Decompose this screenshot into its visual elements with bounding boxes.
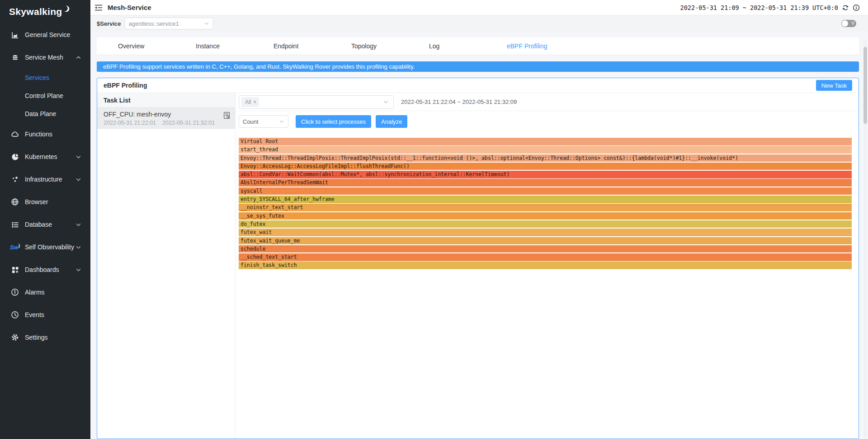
sidebar-item-label: Data Plane: [25, 110, 56, 117]
sidebar-item-settings[interactable]: Settings: [0, 326, 90, 349]
flame-frame-schedule[interactable]: schedule: [239, 245, 852, 253]
sidebar-item-label: Control Plane: [25, 92, 63, 99]
flame-frame-absl-condvar-waitcommon-absl-mutex-absl-[interactable]: absl::CondVar::WaitCommon(absl::Mutex*, …: [239, 171, 852, 178]
info-icon[interactable]: [853, 4, 860, 11]
sidebar-item-label: Functions: [25, 131, 52, 138]
panel-header: eBPF Profiling New Task: [97, 78, 859, 93]
mesh-icon: [11, 53, 19, 61]
task-times: 2022-05-31 21:22:012022-05-31 21:32:01: [104, 120, 230, 126]
sidebar-item-database[interactable]: Database: [0, 213, 90, 236]
flame-frame-abslinternalperthreadsemwait[interactable]: AbslInternalPerThreadSemWait: [239, 179, 852, 187]
sidebar-nav: General ServiceService MeshServicesContr…: [0, 23, 90, 349]
new-task-button[interactable]: New Task: [816, 80, 852, 91]
vertical-scrollbar[interactable]: [863, 39, 867, 438]
chevron-down-icon: [75, 154, 81, 160]
utc-offset[interactable]: UTC+0:0: [812, 4, 838, 11]
sidebar-item-functions[interactable]: Functions: [0, 123, 90, 145]
sidebar-item-data-plane[interactable]: Data Plane: [0, 105, 90, 123]
close-icon[interactable]: ×: [253, 99, 256, 105]
app-root: Skywalking General ServiceService MeshSe…: [0, 0, 868, 439]
sidebar: Skywalking General ServiceService MeshSe…: [0, 0, 90, 439]
select-processes-button[interactable]: Click to select processes: [296, 115, 371, 128]
analysis-area: All × 2022-05-31 21:22:04 ~ 2022-05-31 2…: [236, 93, 859, 439]
sidebar-item-services[interactable]: Services: [0, 69, 90, 87]
toggle-knob: [842, 20, 848, 27]
chevron-down-icon: [204, 21, 209, 26]
aggregate-select[interactable]: Count: [239, 115, 288, 128]
sidebar-item-infrastructure[interactable]: Infrastructure: [0, 168, 90, 191]
tab-overview[interactable]: Overview: [118, 42, 196, 50]
sidebar-item-alarms[interactable]: Alarms: [0, 281, 90, 304]
flame-frame-sched-text-start[interactable]: __sched_text_start: [239, 253, 852, 261]
sidebar-item-label: Services: [25, 74, 49, 81]
sidebar-item-general-service[interactable]: General Service: [0, 23, 90, 46]
infrastructure-icon: [11, 175, 19, 183]
service-label: $Service: [97, 20, 121, 27]
info-banner: eBPF Profiling support services written …: [97, 61, 859, 72]
flame-frame-start-thread[interactable]: start_thread: [239, 146, 852, 154]
kubernetes-icon: [11, 153, 19, 161]
tab-ebpf-profiling[interactable]: eBPF Profiling: [507, 42, 585, 50]
instances-multiselect[interactable]: All ×: [239, 95, 394, 109]
flame-frame-virtual-root[interactable]: Virtual Root: [239, 138, 852, 145]
version-toggle[interactable]: V: [841, 20, 856, 27]
analysis-time-range: 2022-05-31 21:22:04 ~ 2022-05-31 21:32:0…: [401, 98, 517, 105]
tab-topology[interactable]: Topology: [351, 42, 429, 50]
refresh-icon[interactable]: [842, 4, 849, 11]
flame-frame-entry-syscall-64-after-hwframe[interactable]: entry_SYSCALL_64_after_hwframe: [239, 196, 852, 203]
task-list-header: Task List: [97, 93, 235, 107]
sidebar-item-browser[interactable]: Browser: [0, 191, 90, 213]
sidebar-item-dashboards[interactable]: Dashboards: [0, 258, 90, 281]
alarm-icon: [11, 288, 19, 296]
flame-frame-se-sys-futex[interactable]: __se_sys_futex: [239, 212, 852, 220]
crescent-icon: [62, 5, 70, 12]
scrollbar-thumb[interactable]: [863, 47, 867, 124]
chevron-down-icon: [75, 244, 81, 250]
sidebar-item-events[interactable]: Events: [0, 304, 90, 326]
toggle-label: V: [851, 21, 854, 26]
task-name: OFF_CPU: mesh-envoy: [104, 111, 230, 118]
filter-tag-label: All: [245, 99, 251, 105]
sidebar-item-service-mesh[interactable]: Service Mesh: [0, 46, 90, 69]
flame-graph: Virtual Rootstart_threadEnvoy::Thread::T…: [239, 138, 852, 270]
sidebar-item-label: Events: [25, 311, 44, 318]
task-start-time: 2022-05-31 21:22:01: [104, 120, 156, 126]
sidebar-item-kubernetes[interactable]: Kubernetes: [0, 145, 90, 168]
tab-instance[interactable]: Instance: [196, 42, 274, 50]
events-icon: [11, 311, 19, 319]
flame-frame-finish-task-switch[interactable]: finish_task_switch: [239, 262, 852, 269]
task-list-panel: Task List OFF_CPU: mesh-envoy2022-05-31 …: [97, 93, 236, 439]
chevron-down-icon: [383, 99, 389, 105]
chevron-up-icon: [75, 55, 81, 61]
task-list-item[interactable]: OFF_CPU: mesh-envoy2022-05-31 21:22:0120…: [97, 107, 235, 129]
sidebar-item-control-plane[interactable]: Control Plane: [0, 87, 90, 105]
flame-frame-envoy-accesslog-accesslogfileimpl-flusht[interactable]: Envoy::AccessLog::AccessLogFileImpl::flu…: [239, 163, 852, 170]
banner-text: eBPF Profiling support services written …: [103, 63, 415, 70]
ebpf-profiling-panel: eBPF Profiling New Task Task List OFF_CP…: [97, 78, 859, 439]
global-time-range[interactable]: 2022-05-31 21:09 ~ 2022-05-31 21:39: [680, 4, 809, 11]
chart-icon: [11, 31, 19, 39]
top-header: Mesh-Service 2022-05-31 21:09 ~ 2022-05-…: [90, 0, 868, 15]
tab-log[interactable]: Log: [429, 42, 507, 50]
analyze-button[interactable]: Analyze: [376, 115, 407, 128]
flame-frame-futex-wait-queue-me[interactable]: futex_wait_queue_me: [239, 237, 852, 245]
collapse-sidebar-icon[interactable]: [94, 4, 103, 11]
flame-frame-futex-wait[interactable]: futex_wait: [239, 229, 852, 236]
service-selector-bar: $Service agentless::service1 V: [90, 15, 868, 32]
skywalking-logo[interactable]: Skywalking: [0, 0, 90, 23]
flame-frame-noinstr-text-start[interactable]: __noinstr_text_start: [239, 204, 852, 211]
flame-frame-syscall[interactable]: syscall: [239, 187, 852, 195]
flame-frame-do-futex[interactable]: do_futex: [239, 220, 852, 228]
sidebar-item-self-observability[interactable]: Sw)Self Observability: [0, 236, 90, 258]
flame-frame-envoy-thread-threadimplposix-threadimplp[interactable]: Envoy::Thread::ThreadImplPosix::ThreadIm…: [239, 154, 852, 162]
tab-endpoint[interactable]: Endpoint: [274, 42, 351, 50]
sidebar-item-label: Browser: [25, 198, 48, 205]
main-area: Mesh-Service 2022-05-31 21:09 ~ 2022-05-…: [90, 0, 868, 439]
sidebar-item-label: Alarms: [25, 289, 45, 296]
dashboards-icon: [11, 266, 19, 274]
panel-title: eBPF Profiling: [104, 82, 147, 89]
sidebar-item-label: Self Observability: [25, 243, 74, 251]
task-detail-icon[interactable]: [223, 112, 231, 121]
service-select[interactable]: agentless::service1: [125, 18, 213, 29]
dashboard-tabs: OverviewInstanceEndpointTopologyLogeBPF …: [97, 37, 859, 55]
